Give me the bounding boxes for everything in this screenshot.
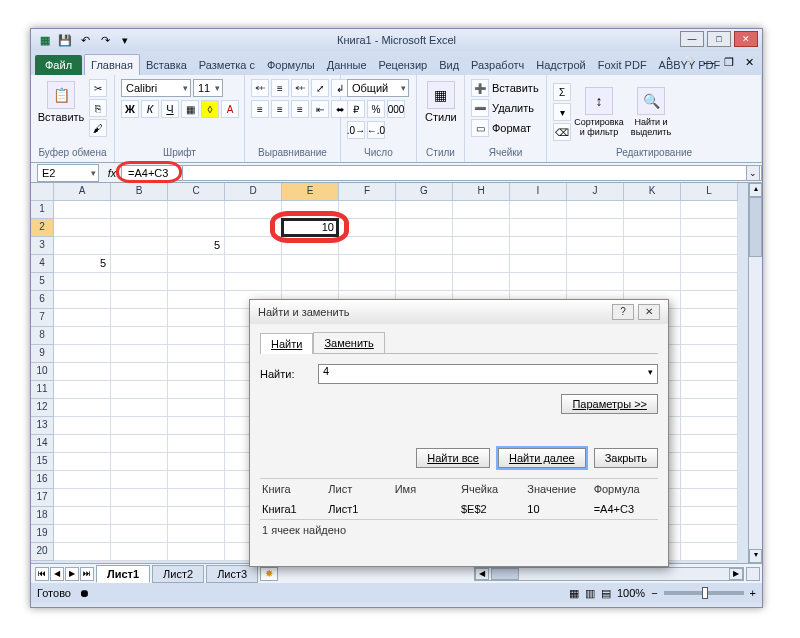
cell[interactable] [681, 381, 738, 399]
cell[interactable] [168, 219, 225, 237]
cell[interactable] [453, 273, 510, 291]
cell[interactable] [111, 255, 168, 273]
cell[interactable] [54, 291, 111, 309]
tab-find[interactable]: Найти [260, 333, 313, 354]
cell[interactable] [681, 309, 738, 327]
tab-view[interactable]: Вид [433, 55, 465, 75]
select-all-corner[interactable] [31, 183, 54, 201]
scroll-up-icon[interactable]: ▴ [749, 183, 762, 197]
close-button[interactable]: ✕ [734, 31, 758, 47]
font-size-combo[interactable]: 11 [193, 79, 223, 97]
cell[interactable] [339, 255, 396, 273]
dec-decimal-icon[interactable]: ←.0 [367, 121, 385, 139]
cell[interactable] [54, 399, 111, 417]
column-header[interactable]: J [567, 183, 624, 201]
column-header[interactable]: K [624, 183, 681, 201]
currency-icon[interactable]: ₽ [347, 100, 365, 118]
cell[interactable] [111, 381, 168, 399]
row-header[interactable]: 20 [31, 543, 54, 561]
cell[interactable] [54, 507, 111, 525]
tab-replace[interactable]: Заменить [313, 332, 384, 353]
cell[interactable] [339, 273, 396, 291]
cell[interactable] [111, 201, 168, 219]
cell[interactable] [225, 273, 282, 291]
clear-icon[interactable]: ⌫ [553, 123, 571, 141]
cell[interactable] [681, 471, 738, 489]
cell[interactable] [681, 453, 738, 471]
cell[interactable] [54, 237, 111, 255]
find-select-button[interactable]: 🔍 Найти и выделить [627, 85, 675, 139]
sheet-tab-2[interactable]: Лист2 [152, 565, 204, 583]
cell[interactable] [111, 507, 168, 525]
cell[interactable] [54, 543, 111, 561]
cell[interactable] [111, 219, 168, 237]
cell[interactable] [282, 237, 339, 255]
styles-button[interactable]: ▦ Стили [423, 79, 459, 125]
cell[interactable] [567, 201, 624, 219]
cell[interactable] [168, 417, 225, 435]
cell[interactable] [168, 435, 225, 453]
border-icon[interactable]: ▦ [181, 100, 199, 118]
column-header[interactable]: E [282, 183, 339, 201]
cut-icon[interactable]: ✂ [89, 79, 107, 97]
cell[interactable] [681, 219, 738, 237]
tab-layout[interactable]: Разметка с [193, 55, 261, 75]
cell[interactable] [681, 255, 738, 273]
row-header[interactable]: 11 [31, 381, 54, 399]
cell[interactable] [339, 237, 396, 255]
cell[interactable] [624, 201, 681, 219]
cell[interactable] [54, 381, 111, 399]
cell[interactable] [111, 399, 168, 417]
fill-icon[interactable]: ▾ [553, 103, 571, 121]
column-header[interactable]: H [453, 183, 510, 201]
format-label[interactable]: Формат [492, 122, 531, 134]
align-middle-icon[interactable]: ≡ [271, 79, 289, 97]
scroll-left-icon[interactable]: ◀ [475, 568, 489, 580]
row-header[interactable]: 5 [31, 273, 54, 291]
row-header[interactable]: 7 [31, 309, 54, 327]
delete-cells-icon[interactable]: ➖ [471, 99, 489, 117]
cell[interactable] [396, 255, 453, 273]
macro-record-icon[interactable]: ⏺ [79, 587, 90, 599]
cell[interactable] [681, 327, 738, 345]
cell[interactable] [510, 219, 567, 237]
row-header[interactable]: 14 [31, 435, 54, 453]
tab-home[interactable]: Главная [84, 54, 140, 75]
cell[interactable] [624, 219, 681, 237]
view-pagebreak-icon[interactable]: ▤ [601, 587, 611, 600]
cell[interactable] [168, 309, 225, 327]
format-painter-icon[interactable]: 🖌 [89, 119, 107, 137]
cell[interactable]: 5 [54, 255, 111, 273]
cell[interactable] [54, 273, 111, 291]
column-header[interactable]: L [681, 183, 738, 201]
row-header[interactable]: 15 [31, 453, 54, 471]
font-name-combo[interactable]: Calibri [121, 79, 191, 97]
cell[interactable] [510, 255, 567, 273]
cell[interactable] [168, 471, 225, 489]
cell[interactable] [396, 219, 453, 237]
cell[interactable]: 10 [282, 219, 339, 237]
zoom-slider[interactable] [664, 591, 744, 595]
ribbon-minimize-icon[interactable]: ˄ [662, 55, 676, 69]
row-header[interactable]: 3 [31, 237, 54, 255]
row-header[interactable]: 18 [31, 507, 54, 525]
redo-icon[interactable]: ↷ [97, 32, 113, 48]
tab-addins[interactable]: Надстрой [530, 55, 591, 75]
vertical-scrollbar[interactable]: ▴ ▾ [748, 183, 762, 563]
dialog-help-icon[interactable]: ? [612, 304, 634, 320]
find-next-button[interactable]: Найти далее [498, 448, 586, 468]
cell[interactable] [396, 237, 453, 255]
find-input[interactable]: 4 [318, 364, 658, 384]
cell[interactable] [567, 219, 624, 237]
cell[interactable] [111, 471, 168, 489]
row-header[interactable]: 6 [31, 291, 54, 309]
align-top-icon[interactable]: ⬴ [251, 79, 269, 97]
delete-label[interactable]: Удалить [492, 102, 534, 114]
row-header[interactable]: 13 [31, 417, 54, 435]
cell[interactable] [681, 345, 738, 363]
cell[interactable] [54, 453, 111, 471]
new-sheet-icon[interactable]: ✸ [260, 567, 278, 581]
cell[interactable] [624, 237, 681, 255]
cell[interactable] [339, 201, 396, 219]
autosum-icon[interactable]: Σ [553, 83, 571, 101]
